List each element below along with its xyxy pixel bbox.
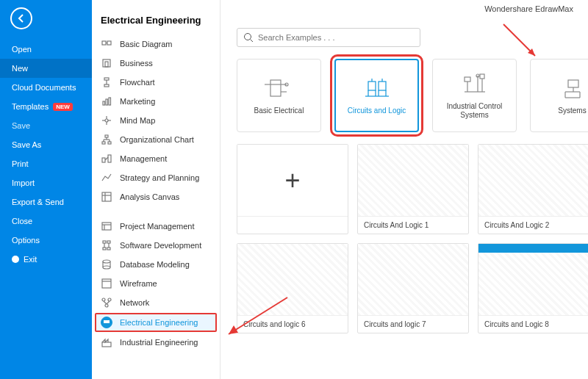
svg-point-11 xyxy=(105,119,108,122)
search-icon xyxy=(243,32,254,43)
menu-open[interactable]: Open xyxy=(0,40,92,59)
basic-diagram-icon xyxy=(101,38,112,50)
project-icon xyxy=(101,220,112,232)
template-label: Circuits And Logic 1 xyxy=(358,217,468,234)
category-label: Industrial Engineering xyxy=(120,338,198,347)
category-label: Strategy and Planning xyxy=(120,173,199,182)
business-icon xyxy=(101,57,112,69)
tile-systems[interactable]: Systems xyxy=(530,59,588,132)
svg-rect-33 xyxy=(107,241,110,243)
svg-rect-24 xyxy=(108,155,111,162)
menu-save-as[interactable]: Save As xyxy=(0,135,92,154)
category-flowchart[interactable]: Flowchart xyxy=(92,73,220,92)
management-icon xyxy=(101,153,112,165)
menu-export-send[interactable]: Export & Send xyxy=(0,192,92,212)
tile-label: Circuits and Logic xyxy=(345,107,409,115)
category-industrial-engineering[interactable]: Industrial Engineering xyxy=(92,333,220,352)
tile-label: Industrial Control Systems xyxy=(433,102,516,120)
svg-point-48 xyxy=(245,34,251,40)
svg-rect-10 xyxy=(109,98,111,105)
svg-rect-29 xyxy=(102,223,111,230)
tile-label: Basic Electrical xyxy=(251,107,307,115)
tile-label: Systems xyxy=(555,107,588,115)
category-mind-map[interactable]: Mind Map xyxy=(92,111,220,130)
category-analysis-canvas[interactable]: Analysis Canvas xyxy=(92,187,220,206)
svg-rect-16 xyxy=(105,135,108,137)
svg-rect-40 xyxy=(102,279,111,288)
basic-electrical-icon xyxy=(265,76,294,101)
template-circuits-and-logic-2[interactable]: Circuits And Logic 2 xyxy=(478,144,588,234)
template-thumb xyxy=(358,244,468,316)
svg-rect-23 xyxy=(102,158,105,162)
category-organizational-chart[interactable]: Organizational Chart xyxy=(92,130,220,149)
template-circuits-and-logic-8[interactable]: Circuits and Logic 8 xyxy=(478,243,588,333)
category-label: Organizational Chart xyxy=(120,135,194,144)
category-marketing[interactable]: Marketing xyxy=(92,92,220,111)
category-project-management[interactable]: Project Management xyxy=(92,217,220,236)
category-management[interactable]: Management xyxy=(92,149,220,168)
svg-point-42 xyxy=(102,298,105,301)
search-input[interactable] xyxy=(258,33,414,42)
tile-basic-electrical[interactable]: Basic Electrical xyxy=(237,59,321,132)
category-label: Mind Map xyxy=(120,116,155,125)
category-network[interactable]: Network xyxy=(92,293,220,312)
industrial-icon xyxy=(101,336,112,348)
menu-save[interactable]: Save xyxy=(0,116,92,135)
svg-rect-26 xyxy=(102,192,111,201)
template-thumb xyxy=(358,145,468,217)
category-database-modeling[interactable]: Database Modeling xyxy=(92,255,220,274)
category-electrical-engineering[interactable]: Electrical Engineering xyxy=(95,313,217,332)
template-label: Circuits and logic 6 xyxy=(237,316,348,333)
mindmap-icon xyxy=(101,115,112,126)
category-sidebar: Electrical Engineering Basic DiagramBusi… xyxy=(92,0,220,379)
svg-rect-5 xyxy=(104,78,109,80)
industrial-control-icon xyxy=(460,71,490,96)
template-thumb xyxy=(478,244,588,316)
template-new-blank[interactable]: + xyxy=(237,144,348,234)
category-business[interactable]: Business xyxy=(92,54,220,73)
svg-point-43 xyxy=(108,298,111,301)
category-strategy-and-planning[interactable]: Strategy and Planning xyxy=(92,168,220,187)
menu-templates[interactable]: TemplatesNEW xyxy=(0,97,92,116)
category-label: Electrical Engineering xyxy=(120,318,198,327)
svg-rect-35 xyxy=(107,248,110,250)
main-content: Wondershare EdrawMax Basic ElectricalCir… xyxy=(220,0,588,379)
search-examples[interactable] xyxy=(237,28,420,47)
menu-close[interactable]: Close xyxy=(0,212,92,231)
menu-options[interactable]: Options xyxy=(0,231,92,250)
menu-exit[interactable]: Exit xyxy=(0,250,92,269)
tile-circuits-and-logic[interactable]: Circuits and Logic xyxy=(334,59,419,132)
svg-rect-18 xyxy=(108,142,111,144)
wireframe-icon xyxy=(101,278,112,289)
svg-rect-6 xyxy=(104,84,109,87)
category-wireframe[interactable]: Wireframe xyxy=(92,274,220,293)
svg-point-38 xyxy=(103,260,110,263)
menu-cloud-documents[interactable]: Cloud Documents xyxy=(0,78,92,97)
category-label: Marketing xyxy=(120,97,155,106)
svg-rect-34 xyxy=(103,248,106,250)
template-label: Circuits and logic 7 xyxy=(358,316,468,333)
svg-line-49 xyxy=(251,40,254,43)
svg-rect-52 xyxy=(270,80,281,96)
category-basic-diagram[interactable]: Basic Diagram xyxy=(92,35,220,54)
exit-icon xyxy=(12,256,19,263)
systems-icon xyxy=(558,76,587,101)
analysis-icon xyxy=(101,191,112,203)
template-circuits-and-logic-6[interactable]: Circuits and logic 6 xyxy=(237,243,348,333)
category-software-development[interactable]: Software Development xyxy=(92,236,220,255)
template-circuits-and-logic-7[interactable]: Circuits and logic 7 xyxy=(357,243,469,333)
template-thumb: + xyxy=(237,145,348,217)
menu-new[interactable]: New xyxy=(0,59,92,78)
svg-rect-9 xyxy=(106,99,108,105)
database-icon xyxy=(101,259,112,270)
template-label: Circuits And Logic 2 xyxy=(478,217,588,234)
menu-import[interactable]: Import xyxy=(0,173,92,192)
template-circuits-and-logic-1[interactable]: Circuits And Logic 1 xyxy=(357,144,469,234)
tile-industrial-control-systems[interactable]: Industrial Control Systems xyxy=(432,59,517,132)
category-label: Business xyxy=(120,59,153,68)
category-label: Flowchart xyxy=(120,78,155,87)
category-label: Database Modeling xyxy=(120,260,190,269)
menu-print[interactable]: Print xyxy=(0,154,92,173)
back-button[interactable] xyxy=(10,7,32,29)
svg-line-45 xyxy=(104,301,107,304)
